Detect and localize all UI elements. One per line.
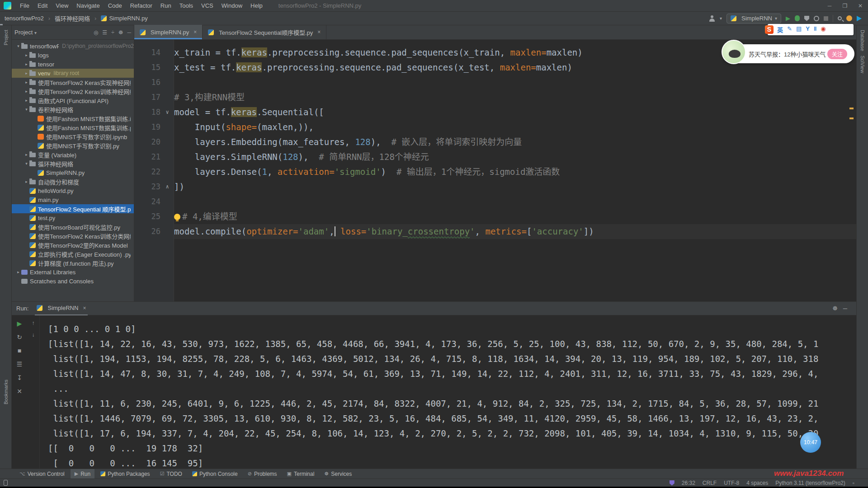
run-configuration-select[interactable]: SimpleRNN ▾ bbox=[726, 14, 781, 23]
console-toolbar-icon[interactable]: ■ bbox=[18, 347, 21, 354]
fold-icon[interactable] bbox=[160, 150, 174, 164]
status-item[interactable]: 26:32 bbox=[682, 480, 695, 486]
tree-chevron-icon[interactable]: ▾ bbox=[24, 107, 29, 112]
streamer-avatar[interactable] bbox=[722, 40, 746, 64]
fold-icon[interactable] bbox=[160, 164, 174, 179]
flag-icon[interactable] bbox=[857, 16, 862, 21]
tree-chevron-icon[interactable]: ▸ bbox=[24, 62, 29, 66]
maximize-button[interactable]: ❐ bbox=[837, 0, 853, 12]
code-line[interactable]: 25 # 4,编译模型 bbox=[134, 209, 856, 224]
tree-row[interactable]: ▾ 卷积神经网络 bbox=[12, 105, 134, 114]
tree-row[interactable]: ▸ 自动微分和梯度 bbox=[12, 177, 134, 186]
profiler-button[interactable] bbox=[814, 16, 819, 21]
menu-item[interactable]: File bbox=[16, 0, 33, 12]
tool-window-button[interactable]: ⌥ Version Control bbox=[15, 469, 69, 479]
console-toolbar-icon[interactable]: ↻ bbox=[17, 333, 22, 341]
stripe-label[interactable]: Database bbox=[860, 30, 865, 51]
project-view-select[interactable]: Project ▾ bbox=[14, 29, 37, 36]
code-line[interactable]: 16 bbox=[134, 75, 856, 90]
tree-chevron-icon[interactable]: ▸ bbox=[24, 53, 29, 57]
search-everywhere-icon[interactable] bbox=[838, 16, 842, 20]
code-line[interactable]: 23 ∧ ]) bbox=[134, 179, 856, 194]
tree-row[interactable]: ▸ venv library root bbox=[12, 69, 134, 78]
fold-icon[interactable] bbox=[160, 45, 174, 60]
tree-row[interactable]: TensorFlow2 Sequential 顺序模型.py bbox=[12, 204, 134, 213]
scrollbar-warning-mark[interactable] bbox=[849, 117, 854, 119]
code-line[interactable]: 19 Input(shape=(maxlen,)), bbox=[134, 120, 856, 135]
tree-row[interactable]: 使用TensorFlow2 Keras训练分类网络 bbox=[12, 231, 134, 240]
close-icon[interactable]: × bbox=[83, 305, 86, 311]
stripe-label[interactable]: SciView bbox=[860, 56, 865, 73]
floating-time-bubble[interactable]: 10:47 bbox=[800, 432, 821, 453]
tree-chevron-icon[interactable]: ▾ bbox=[24, 161, 29, 166]
fold-icon[interactable] bbox=[160, 224, 174, 239]
sogou-logo-icon[interactable]: S bbox=[765, 25, 774, 34]
status-item[interactable]: ▫ bbox=[853, 480, 854, 486]
ime-icon[interactable]: Y bbox=[806, 25, 810, 34]
tool-window-button[interactable]: ☸ Services bbox=[320, 469, 356, 479]
editor-tab[interactable]: TensorFlow2 Sequential顺序模型.py × bbox=[203, 25, 326, 39]
menu-item[interactable]: View bbox=[52, 0, 72, 12]
status-item[interactable]: CRLF bbox=[703, 480, 717, 486]
menu-item[interactable]: Refactor bbox=[126, 0, 156, 12]
tool-window-button[interactable]: ▣ Terminal bbox=[283, 469, 319, 479]
tree-row[interactable]: ▸ 变量 (Variable) bbox=[12, 150, 134, 159]
menu-item[interactable]: Edit bbox=[33, 0, 52, 12]
follow-button[interactable]: 关注 bbox=[827, 49, 847, 59]
console-toolbar-icon[interactable]: ✕ bbox=[17, 388, 22, 395]
menu-item[interactable]: Window bbox=[217, 0, 246, 12]
status-item[interactable]: UTF-8 bbox=[724, 480, 739, 486]
ime-icon[interactable]: ✎ bbox=[787, 25, 792, 34]
code-line[interactable]: 17 # 3,构建RNN模型 bbox=[134, 90, 856, 105]
tree-row[interactable]: ▾ tensorflowPro2 D:\python_pro\tensorflo… bbox=[12, 42, 134, 51]
panel-header-icon[interactable]: ÷ bbox=[111, 29, 114, 36]
scrollbar-warning-mark[interactable] bbox=[849, 108, 854, 109]
breadcrumb-folder[interactable]: 循环神经网络 bbox=[55, 14, 90, 23]
tree-chevron-icon[interactable]: ▸ bbox=[24, 71, 29, 75]
console-sub-icon[interactable]: ↓ bbox=[32, 332, 35, 338]
fold-icon[interactable] bbox=[160, 90, 174, 105]
tree-chevron-icon[interactable]: ▸ bbox=[24, 80, 29, 84]
ime-icon[interactable]: ◉ bbox=[821, 25, 826, 34]
menu-item[interactable]: Help bbox=[246, 0, 267, 12]
fold-icon[interactable] bbox=[160, 75, 174, 90]
fold-icon[interactable] bbox=[160, 209, 174, 224]
panel-header-icon[interactable]: ☰ bbox=[102, 29, 107, 36]
tool-window-button[interactable]: ☑ TODO bbox=[156, 469, 186, 479]
tree-row[interactable]: ▸ tensor bbox=[12, 60, 134, 69]
panel-header-icon[interactable]: ☸ bbox=[832, 305, 838, 312]
tree-row[interactable]: 使用TensorBoard可视化监控.py bbox=[12, 222, 134, 231]
menu-item[interactable]: Navigate bbox=[72, 0, 104, 12]
tree-chevron-icon[interactable]: ▸ bbox=[24, 152, 29, 157]
tree-row[interactable]: ▸ External Libraries bbox=[12, 267, 134, 277]
tree-row[interactable]: ▸ logs bbox=[12, 51, 134, 60]
stripe-label-project[interactable]: Project bbox=[3, 30, 9, 45]
tree-row[interactable]: ▾ 循环神经网络 bbox=[12, 159, 134, 168]
tree-chevron-icon[interactable]: ▸ bbox=[24, 179, 29, 184]
ime-icon[interactable]: ▤ bbox=[796, 25, 802, 34]
stripe-label-bookmarks[interactable]: Bookmarks bbox=[3, 380, 9, 404]
console-toolbar-icon[interactable]: ☰ bbox=[17, 361, 23, 368]
fold-icon[interactable]: ∨ bbox=[160, 105, 174, 120]
ime-icon[interactable]: ‖ bbox=[814, 25, 816, 34]
tree-chevron-icon[interactable]: ▸ bbox=[24, 98, 29, 103]
console-toolbar-icon[interactable]: ↧ bbox=[17, 374, 22, 381]
close-button[interactable]: ✕ bbox=[853, 0, 868, 12]
tree-row[interactable]: test.py bbox=[12, 213, 134, 222]
tree-chevron-icon[interactable]: ▸ bbox=[15, 270, 21, 274]
breadcrumb-project[interactable]: tensorflowPro2 bbox=[5, 15, 44, 22]
editor-tab[interactable]: SimpleRNN.py × bbox=[134, 25, 203, 39]
status-item[interactable]: Python 3.11 (tensorflowPro2) bbox=[775, 480, 845, 486]
code-line[interactable]: 26 model.compile(optimizer='adam', loss=… bbox=[134, 224, 856, 239]
panel-header-icon[interactable]: ◎ bbox=[94, 29, 98, 36]
tree-row[interactable]: Scratches and Consoles bbox=[12, 277, 134, 286]
menu-item[interactable]: VCS bbox=[197, 0, 217, 12]
update-shield-icon[interactable] bbox=[670, 480, 675, 486]
tree-row[interactable]: 立即执行模式 (Eager Execution) .py bbox=[12, 249, 134, 258]
fold-icon[interactable] bbox=[160, 120, 174, 135]
run-button[interactable]: ▶ bbox=[786, 15, 790, 22]
tree-row[interactable]: ▸ 函数式API (Functional API) bbox=[12, 96, 134, 105]
tree-row[interactable]: 使用Fashion MNIST数据集训练.py bbox=[12, 123, 134, 132]
tree-row[interactable]: ▸ 使用TensorFlow2 Keras训练神经网络 bbox=[12, 87, 134, 96]
stop-button[interactable] bbox=[824, 16, 828, 21]
